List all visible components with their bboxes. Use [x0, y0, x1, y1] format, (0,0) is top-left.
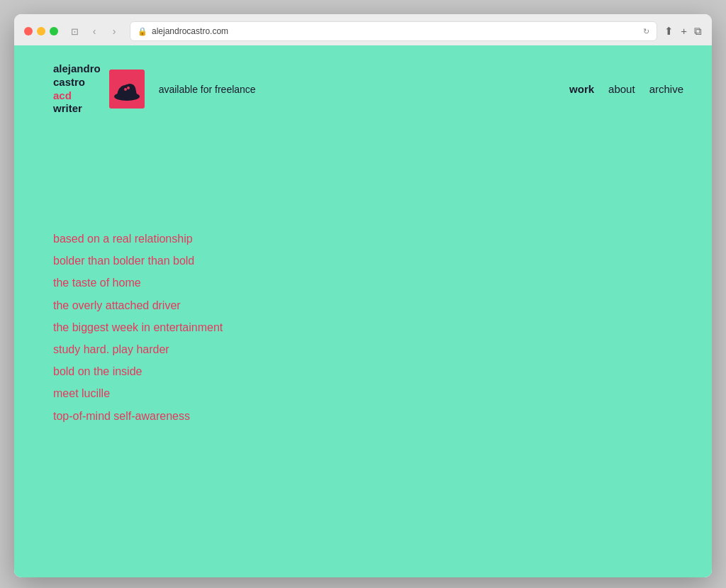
sidebar-toggle-icon[interactable]: ⊡: [71, 26, 79, 37]
new-tab-icon[interactable]: +: [681, 25, 687, 38]
forward-button[interactable]: ›: [106, 23, 123, 40]
website-content: alejandro castro acd writer: [14, 45, 712, 577]
browser-chrome: ⊡ ‹ › 🔒 alejandrocastro.com ↻ ⬆ + ⧉: [14, 14, 712, 45]
back-button[interactable]: ‹: [86, 23, 103, 40]
logo-icon: [109, 70, 145, 109]
url-text: alejandrocastro.com: [152, 26, 228, 36]
site-nav: work about archive: [569, 83, 683, 95]
logo-name: alejandro castro acd writer: [53, 62, 101, 116]
traffic-lights: [24, 27, 58, 35]
nav-about[interactable]: about: [608, 83, 635, 95]
nav-archive[interactable]: archive: [649, 83, 683, 95]
close-button[interactable]: [24, 27, 33, 35]
tabs-icon[interactable]: ⧉: [694, 25, 702, 38]
toolbar-actions: ⬆ + ⧉: [664, 25, 702, 38]
work-item-1[interactable]: bolder than bolder than bold: [53, 251, 712, 270]
fullscreen-button[interactable]: [50, 27, 58, 35]
svg-point-2: [127, 87, 130, 89]
logo-area: alejandro castro acd writer: [53, 62, 256, 116]
logo-text-block: alejandro castro acd writer: [53, 62, 101, 116]
work-item-2[interactable]: the taste of home: [53, 273, 712, 292]
window-controls: ⊡: [71, 26, 79, 37]
browser-titlebar: ⊡ ‹ › 🔒 alejandrocastro.com ↻ ⬆ + ⧉: [24, 21, 702, 45]
work-item-8[interactable]: top-of-mind self-awareness: [53, 406, 712, 426]
svg-point-1: [124, 88, 127, 91]
work-item-7[interactable]: meet lucille: [53, 384, 712, 403]
work-list: based on a real relationship bolder than…: [14, 130, 712, 468]
nav-buttons: ‹ ›: [86, 23, 123, 40]
address-bar[interactable]: 🔒 alejandrocastro.com ↻: [130, 21, 657, 41]
work-item-5[interactable]: study hard. play harder: [53, 340, 712, 359]
work-item-6[interactable]: bold on the inside: [53, 362, 712, 381]
nav-work[interactable]: work: [569, 83, 594, 95]
work-item-0[interactable]: based on a real relationship: [53, 229, 712, 248]
share-icon[interactable]: ⬆: [664, 25, 674, 38]
work-item-4[interactable]: the biggest week in entertainment: [53, 318, 712, 337]
minimize-button[interactable]: [37, 27, 45, 35]
site-header: alejandro castro acd writer: [14, 45, 712, 130]
browser-window: ⊡ ‹ › 🔒 alejandrocastro.com ↻ ⬆ + ⧉: [14, 14, 712, 577]
lock-icon: 🔒: [138, 27, 147, 36]
reload-icon[interactable]: ↻: [643, 27, 649, 36]
site-tagline: available for freelance: [159, 84, 256, 95]
work-item-3[interactable]: the overly attached driver: [53, 296, 712, 315]
